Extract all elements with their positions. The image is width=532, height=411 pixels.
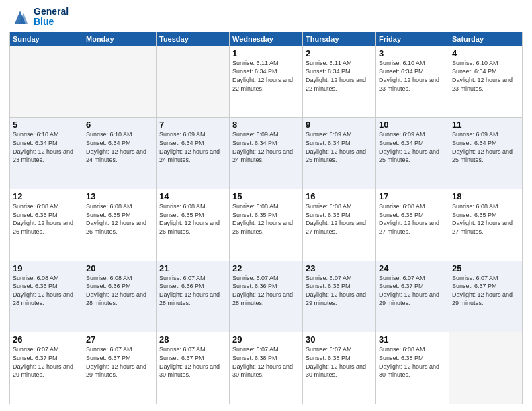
day-number: 30 — [306, 334, 373, 345]
day-number: 9 — [306, 120, 373, 130]
calendar-cell: 3 Sunrise: 6:10 AM Sunset: 6:34 PM Dayli… — [376, 46, 449, 118]
sunrise-text: Sunrise: 6:11 AM — [306, 59, 373, 68]
daylight-text: Daylight: 12 hours and 23 minutes. — [379, 76, 446, 93]
calendar-cell: 11 Sunrise: 6:09 AM Sunset: 6:34 PM Dayl… — [449, 118, 523, 189]
logo-icon — [9, 7, 31, 26]
day-info: Sunrise: 6:08 AM Sunset: 6:35 PM Dayligh… — [232, 202, 300, 236]
calendar-cell: 27 Sunrise: 6:07 AM Sunset: 6:37 PM Dayl… — [83, 332, 157, 404]
day-number: 14 — [159, 191, 226, 201]
header: General Blue — [9, 7, 523, 28]
daylight-text: Daylight: 12 hours and 29 minutes. — [13, 363, 80, 379]
daylight-text: Daylight: 12 hours and 30 minutes. — [306, 363, 373, 379]
calendar-cell: 10 Sunrise: 6:09 AM Sunset: 6:34 PM Dayl… — [376, 118, 449, 189]
sunrise-text: Sunrise: 6:11 AM — [232, 59, 300, 68]
page: General Blue SundayMondayTuesdayWednesda… — [0, 0, 532, 411]
day-info: Sunrise: 6:07 AM Sunset: 6:37 PM Dayligh… — [159, 345, 226, 379]
day-number: 1 — [232, 48, 300, 58]
daylight-text: Daylight: 12 hours and 30 minutes. — [232, 363, 300, 379]
sunrise-text: Sunrise: 6:08 AM — [452, 202, 519, 211]
calendar-week-row: 12 Sunrise: 6:08 AM Sunset: 6:35 PM Dayl… — [10, 189, 523, 261]
sunrise-text: Sunrise: 6:08 AM — [306, 202, 373, 211]
daylight-text: Daylight: 12 hours and 26 minutes. — [159, 219, 226, 236]
calendar-cell: 18 Sunrise: 6:08 AM Sunset: 6:35 PM Dayl… — [449, 189, 523, 261]
day-number: 23 — [306, 263, 373, 273]
day-info: Sunrise: 6:08 AM Sunset: 6:35 PM Dayligh… — [379, 202, 446, 236]
day-of-week-header: Tuesday — [157, 32, 230, 46]
sunrise-text: Sunrise: 6:08 AM — [86, 202, 153, 211]
sunset-text: Sunset: 6:34 PM — [232, 67, 300, 76]
day-number: 24 — [379, 263, 446, 273]
calendar-cell: 13 Sunrise: 6:08 AM Sunset: 6:35 PM Dayl… — [83, 189, 157, 261]
calendar-cell: 6 Sunrise: 6:10 AM Sunset: 6:34 PM Dayli… — [83, 118, 157, 189]
sunset-text: Sunset: 6:34 PM — [306, 67, 373, 76]
sunrise-text: Sunrise: 6:07 AM — [452, 274, 519, 283]
day-of-week-header: Monday — [83, 32, 157, 46]
sunset-text: Sunset: 6:38 PM — [379, 354, 446, 363]
sunset-text: Sunset: 6:36 PM — [232, 282, 300, 291]
calendar-cell: 17 Sunrise: 6:08 AM Sunset: 6:35 PM Dayl… — [376, 189, 449, 261]
calendar-cell: 31 Sunrise: 6:08 AM Sunset: 6:38 PM Dayl… — [376, 332, 449, 404]
sunrise-text: Sunrise: 6:08 AM — [232, 202, 300, 211]
day-info: Sunrise: 6:08 AM Sunset: 6:35 PM Dayligh… — [13, 202, 80, 236]
day-info: Sunrise: 6:08 AM Sunset: 6:35 PM Dayligh… — [452, 202, 519, 236]
day-info: Sunrise: 6:10 AM Sunset: 6:34 PM Dayligh… — [86, 130, 153, 164]
daylight-text: Daylight: 12 hours and 23 minutes. — [452, 76, 519, 93]
day-info: Sunrise: 6:07 AM Sunset: 6:37 PM Dayligh… — [452, 274, 519, 308]
daylight-text: Daylight: 12 hours and 28 minutes. — [86, 291, 153, 308]
daylight-text: Daylight: 12 hours and 24 minutes. — [86, 148, 153, 165]
daylight-text: Daylight: 12 hours and 25 minutes. — [379, 148, 446, 165]
day-info: Sunrise: 6:09 AM Sunset: 6:34 PM Dayligh… — [306, 130, 373, 164]
sunrise-text: Sunrise: 6:07 AM — [379, 274, 446, 283]
sunset-text: Sunset: 6:37 PM — [379, 282, 446, 291]
calendar-week-row: 26 Sunrise: 6:07 AM Sunset: 6:37 PM Dayl… — [10, 332, 523, 404]
calendar-cell: 19 Sunrise: 6:08 AM Sunset: 6:36 PM Dayl… — [10, 261, 83, 332]
calendar-cell: 15 Sunrise: 6:08 AM Sunset: 6:35 PM Dayl… — [230, 189, 303, 261]
day-number: 12 — [13, 191, 80, 201]
day-of-week-header: Friday — [376, 32, 449, 46]
day-number: 25 — [452, 263, 519, 273]
daylight-text: Daylight: 12 hours and 24 minutes. — [232, 148, 300, 165]
day-info: Sunrise: 6:07 AM Sunset: 6:37 PM Dayligh… — [86, 345, 153, 379]
day-number: 20 — [86, 263, 153, 273]
sunset-text: Sunset: 6:35 PM — [86, 211, 153, 220]
day-number: 22 — [232, 263, 300, 273]
daylight-text: Daylight: 12 hours and 28 minutes. — [232, 291, 300, 308]
sunrise-text: Sunrise: 6:09 AM — [379, 130, 446, 139]
day-number: 3 — [379, 48, 446, 58]
daylight-text: Daylight: 12 hours and 29 minutes. — [86, 363, 153, 379]
day-of-week-header: Saturday — [449, 32, 523, 46]
calendar-cell: 12 Sunrise: 6:08 AM Sunset: 6:35 PM Dayl… — [10, 189, 83, 261]
day-info: Sunrise: 6:10 AM Sunset: 6:34 PM Dayligh… — [452, 59, 519, 93]
daylight-text: Daylight: 12 hours and 25 minutes. — [452, 148, 519, 165]
day-number: 26 — [13, 334, 80, 345]
day-info: Sunrise: 6:09 AM Sunset: 6:34 PM Dayligh… — [232, 130, 300, 164]
daylight-text: Daylight: 12 hours and 24 minutes. — [159, 148, 226, 165]
day-number: 21 — [159, 263, 226, 273]
sunrise-text: Sunrise: 6:08 AM — [379, 202, 446, 211]
sunrise-text: Sunrise: 6:07 AM — [159, 274, 226, 283]
day-of-week-header: Sunday — [10, 32, 83, 46]
calendar-cell: 25 Sunrise: 6:07 AM Sunset: 6:37 PM Dayl… — [449, 261, 523, 332]
calendar-cell: 30 Sunrise: 6:07 AM Sunset: 6:38 PM Dayl… — [303, 332, 376, 404]
day-number: 15 — [232, 191, 300, 201]
sunset-text: Sunset: 6:34 PM — [13, 139, 80, 148]
day-info: Sunrise: 6:07 AM Sunset: 6:36 PM Dayligh… — [306, 274, 373, 308]
daylight-text: Daylight: 12 hours and 29 minutes. — [306, 291, 373, 308]
day-number: 17 — [379, 191, 446, 201]
sunrise-text: Sunrise: 6:08 AM — [159, 202, 226, 211]
day-info: Sunrise: 6:07 AM Sunset: 6:37 PM Dayligh… — [379, 274, 446, 308]
calendar-cell: 1 Sunrise: 6:11 AM Sunset: 6:34 PM Dayli… — [230, 46, 303, 118]
sunset-text: Sunset: 6:35 PM — [232, 211, 300, 220]
sunset-text: Sunset: 6:36 PM — [306, 282, 373, 291]
day-info: Sunrise: 6:07 AM Sunset: 6:36 PM Dayligh… — [232, 274, 300, 308]
sunrise-text: Sunrise: 6:07 AM — [86, 345, 153, 354]
day-number: 7 — [159, 120, 226, 130]
day-info: Sunrise: 6:08 AM Sunset: 6:36 PM Dayligh… — [13, 274, 80, 308]
sunset-text: Sunset: 6:37 PM — [13, 354, 80, 363]
daylight-text: Daylight: 12 hours and 27 minutes. — [452, 219, 519, 236]
calendar-cell — [10, 46, 83, 118]
sunset-text: Sunset: 6:34 PM — [306, 139, 373, 148]
day-info: Sunrise: 6:07 AM Sunset: 6:38 PM Dayligh… — [306, 345, 373, 379]
sunrise-text: Sunrise: 6:09 AM — [306, 130, 373, 139]
day-number: 5 — [13, 120, 80, 130]
